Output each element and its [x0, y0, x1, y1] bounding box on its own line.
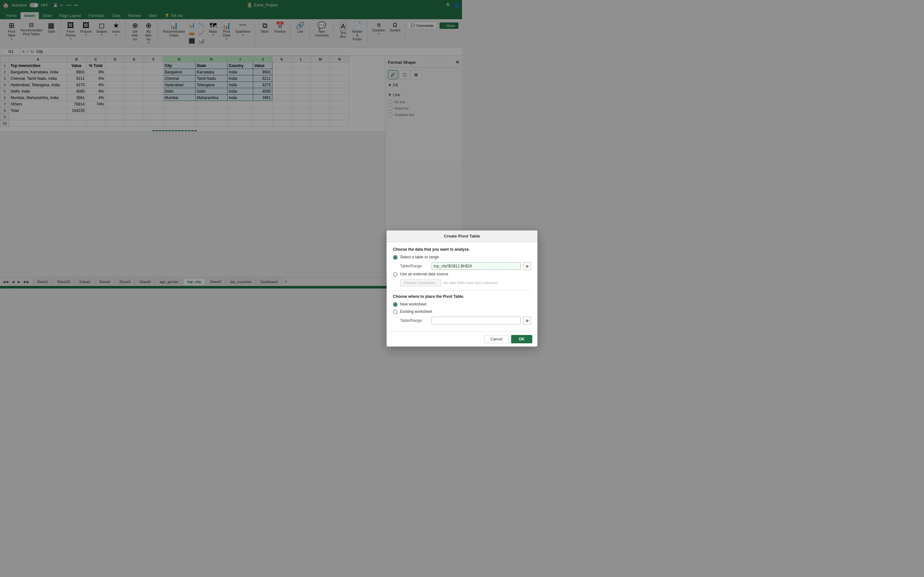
connection-field-row: Choose Connection... No data fields have… [400, 279, 462, 286]
data-section-label: Choose the data that you want to analyse… [393, 247, 462, 251]
external-data-option[interactable]: Use an external data source [393, 272, 462, 277]
select-table-range-option[interactable]: Select a table or range [393, 255, 462, 259]
create-pivot-table-modal: Create Pivot Table Choose the data that … [387, 230, 462, 288]
select-table-range-label: Select a table or range [400, 255, 439, 259]
table-range-field-row: Table/Range: ⊞ [400, 262, 462, 270]
select-table-range-radio[interactable] [393, 255, 397, 259]
table-range-label: Table/Range: [400, 264, 429, 268]
modal-header: Create Pivot Table [387, 230, 462, 242]
table-range-input[interactable] [431, 262, 462, 270]
choose-connection-button[interactable]: Choose Connection... [400, 279, 441, 286]
external-data-radio[interactable] [393, 272, 397, 277]
modal-title: Create Pivot Table [444, 234, 462, 239]
external-data-label: Use an external data source [400, 272, 448, 276]
no-data-fields-text: No data fields have been retrieved. [444, 281, 462, 285]
modal-overlay: Create Pivot Table Choose the data that … [0, 0, 462, 288]
modal-body: Choose the data that you want to analyse… [387, 242, 462, 288]
